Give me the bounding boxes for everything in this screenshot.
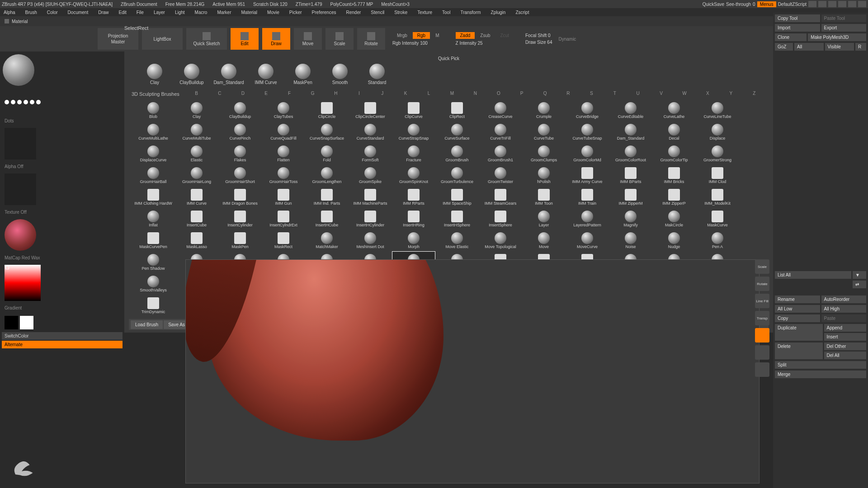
zadd-button[interactable]: Zadd (456, 32, 475, 39)
alpha-filter-V[interactable]: V (650, 91, 673, 96)
brush-displacecurve[interactable]: DisplaceCurve (132, 143, 175, 164)
brush-clipcircle[interactable]: ClipCircle (305, 99, 349, 121)
brush-groomhairtoss[interactable]: GroomHairToss (262, 164, 305, 186)
menu-movie[interactable]: Movie (267, 10, 279, 15)
alternate-button[interactable]: Alternate (2, 341, 123, 348)
paste-tool-button[interactable]: Paste Tool (821, 14, 867, 22)
brush-groombrush1[interactable]: GroomBrush1 (479, 143, 522, 164)
brush-imm-clod[interactable]: IMM Clod (696, 164, 739, 186)
alpha-filter-J[interactable]: J (371, 91, 394, 96)
rename-button[interactable]: Rename (775, 296, 820, 303)
copy-tool-button[interactable]: Copy Tool (775, 14, 820, 22)
brush-curvemultitube[interactable]: CurveMultiTube (175, 121, 218, 143)
alpha-filter-F[interactable]: F (278, 91, 301, 96)
brush-groomcolorroot[interactable]: GroomColorRoot (609, 143, 652, 164)
brush-flakes[interactable]: Flakes (218, 143, 262, 164)
quickpick-smooth[interactable]: Smooth (328, 64, 352, 85)
brush-claytubes[interactable]: ClayTubes (262, 99, 305, 121)
brush-groomcolormd[interactable]: GroomColorMd (566, 143, 609, 164)
menu-zscript[interactable]: Zscript (515, 10, 529, 15)
brush-groombrush[interactable]: GroomBrush (435, 143, 479, 164)
zscript-indicator[interactable]: DefaultZScript (778, 2, 807, 7)
dropdown-icon[interactable] (5, 19, 9, 23)
goz-button[interactable]: GoZ (775, 43, 793, 51)
export-button[interactable]: Export (821, 24, 867, 32)
menu-document[interactable]: Document (68, 10, 89, 15)
goz-all-button[interactable]: All (794, 43, 824, 51)
brush-clipcirclecenter[interactable]: ClipCircleCenter (349, 99, 392, 121)
paste-subtool-button[interactable]: Paste (821, 314, 867, 322)
brush-inserthsphere[interactable]: InsertHSphere (435, 208, 479, 230)
brush-layeredpattern[interactable]: LayeredPattern (566, 208, 609, 230)
brush-masklasso[interactable]: MaskLasso (175, 230, 218, 251)
brush-pen-a[interactable]: Pen A (696, 230, 739, 251)
brush-imm-curve[interactable]: IMM Curve (175, 186, 218, 208)
menu-draw[interactable]: Draw (98, 10, 108, 15)
brush-imm-gun[interactable]: IMM Gun (262, 186, 305, 208)
menus-toggle[interactable]: Menus (757, 1, 776, 7)
quickpick-claybuildup[interactable]: ClayBuildup (179, 64, 204, 85)
brush-morph[interactable]: Morph (392, 230, 435, 251)
window-maximize[interactable] (848, 1, 856, 7)
vp-dynamic-button[interactable] (755, 328, 769, 343)
brush-decal[interactable]: Decal (652, 121, 696, 143)
rgb-button[interactable]: Rgb (413, 32, 430, 39)
brush-insertcylinder[interactable]: InsertCylinder (218, 208, 262, 230)
goz-r-button[interactable]: R (855, 43, 866, 51)
alpha-filter-P[interactable]: P (510, 91, 533, 96)
insert-button[interactable]: Insert (824, 333, 867, 341)
current-brush-preview[interactable] (3, 54, 34, 86)
alpha-filter-X[interactable]: X (696, 91, 719, 96)
menu-stencil[interactable]: Stencil (371, 10, 384, 15)
menu-macro[interactable]: Macro (195, 10, 208, 15)
color-picker[interactable] (5, 265, 41, 301)
brush-imm-bricks[interactable]: IMM Bricks (652, 164, 696, 186)
menu-color[interactable]: Color (47, 10, 58, 15)
brush-curvequadfill[interactable]: CurveQuadFill (262, 121, 305, 143)
brush-hpolish[interactable]: hPolish (522, 164, 566, 186)
brush-imm-dragon-bones[interactable]: IMM Dragon Bones (218, 186, 262, 208)
brush-imm-steamgears[interactable]: IMM SteamGears (479, 186, 522, 208)
import-button[interactable]: Import (775, 24, 820, 32)
menu-preferences[interactable]: Preferences (312, 10, 336, 15)
brush-imm-spaceship[interactable]: IMM SpaceShip (435, 186, 479, 208)
window-btn-1[interactable] (808, 1, 816, 7)
menu-transform[interactable]: Transform (460, 10, 481, 15)
alpha-filter-Z[interactable]: Z (743, 91, 766, 96)
menu-zplugin[interactable]: Zplugin (491, 10, 506, 15)
brush-curvestrapsnap[interactable]: CurveStrapSnap (392, 121, 435, 143)
brush-curvemultilathe[interactable]: CurveMultiLathe (132, 121, 175, 143)
brush-insertcube[interactable]: InsertCube (175, 208, 218, 230)
brush-trimdynamic[interactable]: TrimDynamic (132, 295, 175, 316)
quickpick-dam_standard[interactable]: Dam_Standard (217, 64, 241, 85)
all-high-button[interactable]: All High (821, 305, 867, 313)
brush-curveeditable[interactable]: CurveEditable (609, 99, 652, 121)
menu-stroke[interactable]: Stroke (394, 10, 407, 15)
brush-groomclumps[interactable]: GroomClumps (522, 143, 566, 164)
brush-imm-machineparts[interactable]: IMM MachineParts (349, 186, 392, 208)
vp-silhouette-button[interactable] (755, 345, 769, 360)
brush-imm-train[interactable]: IMM Train (566, 186, 609, 208)
menu-render[interactable]: Render (346, 10, 361, 15)
brush-formsoft[interactable]: FormSoft (349, 143, 392, 164)
alpha-filter-G[interactable]: G (301, 91, 324, 96)
alpha-filter-Q[interactable]: Q (533, 91, 557, 96)
brush-move-elastic[interactable]: Move Elastic (435, 230, 479, 251)
brush-curvepinch[interactable]: CurvePinch (218, 121, 262, 143)
projection-master-button[interactable]: Projection Master (98, 28, 138, 50)
brush-blob[interactable]: Blob (132, 99, 175, 121)
vp-scale-button[interactable]: Scale (755, 259, 769, 274)
brush-groomspinknot[interactable]: GroomSpinKnot (392, 164, 435, 186)
alpha-preview[interactable] (5, 128, 36, 160)
alpha-filter-N[interactable]: N (464, 91, 487, 96)
texture-preview[interactable] (5, 174, 36, 205)
vp-rotate-button[interactable]: Rotate (755, 277, 769, 291)
autoreorder-button[interactable]: AutoReorder (821, 296, 867, 303)
alpha-filter-C[interactable]: C (208, 91, 231, 96)
mrgb-button[interactable]: Mrgb (392, 32, 412, 39)
brush-curvetube[interactable]: CurveTube (522, 121, 566, 143)
brush-imm-zipperm[interactable]: IMM ZipperM (609, 186, 652, 208)
menu-edit[interactable]: Edit (119, 10, 127, 15)
brush-curvebridge[interactable]: CurveBridge (566, 99, 609, 121)
brush-flatten[interactable]: Flatten (262, 143, 305, 164)
